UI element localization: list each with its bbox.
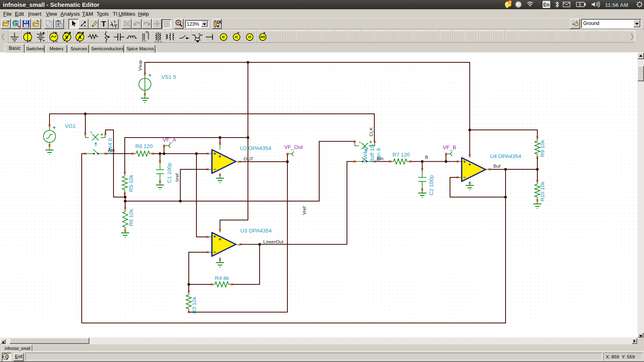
svg-text:R9 10k: R9 10k: [539, 140, 545, 157]
svg-text:LowerOut: LowerOut: [263, 239, 284, 244]
svg-text:Bin: Bin: [377, 156, 384, 161]
svg-text:U4 OPA4354: U4 OPA4354: [490, 153, 521, 159]
svg-text:U2 OPA4354: U2 OPA4354: [240, 145, 271, 151]
svg-text:T: T: [198, 33, 200, 36]
svg-text:En: En: [543, 2, 549, 8]
svg-text:1K: 1K: [217, 20, 222, 25]
svg-text:VF_A: VF_A: [163, 137, 176, 143]
svg-text:T: T: [101, 20, 106, 28]
svg-text:R8 120: R8 120: [135, 143, 153, 149]
svg-text:B: B: [425, 155, 428, 160]
svg-text:SW4 0: SW4 0: [362, 147, 368, 163]
svg-text:HS: HS: [260, 35, 265, 39]
svg-text:11:56 AM: 11:56 AM: [605, 2, 628, 8]
svg-text:R4 8k: R4 8k: [215, 275, 229, 281]
svg-text:R6 10k: R6 10k: [128, 209, 134, 226]
svg-text:R5 10k: R5 10k: [128, 175, 134, 192]
svg-text:Roff 1G: Roff 1G: [369, 144, 375, 162]
svg-text:IC: IC: [235, 35, 239, 39]
svg-text:OUT: OUT: [244, 156, 253, 161]
svg-text:Buf: Buf: [493, 164, 501, 169]
svg-text:VF_B: VF_B: [443, 144, 456, 150]
svg-text:C1 100p: C1 100p: [166, 162, 172, 183]
svg-text:R7 120: R7 120: [392, 152, 410, 158]
svg-text:CLK: CLK: [369, 127, 374, 136]
svg-text:M: M: [146, 30, 149, 34]
svg-text:Vsup: Vsup: [138, 60, 142, 71]
svg-text:R10 10k: R10 10k: [539, 181, 545, 202]
svg-text:4: 4: [509, 1, 511, 4]
svg-text:Ain: Ain: [108, 148, 115, 152]
svg-text:Vref: Vref: [175, 173, 180, 182]
svg-text:R3 10k: R3 10k: [191, 296, 197, 314]
svg-text:C2 100p: C2 100p: [428, 175, 434, 195]
svg-text:IC: IC: [222, 35, 225, 39]
svg-text:VG1: VG1: [65, 123, 76, 129]
svg-text:U3 OPA4354: U3 OPA4354: [240, 228, 272, 234]
svg-text:IS: IS: [248, 35, 251, 39]
svg-text:VF_Out: VF_Out: [284, 144, 303, 150]
svg-text:VS1 5: VS1 5: [161, 74, 176, 80]
svg-text:Vref: Vref: [302, 206, 307, 215]
